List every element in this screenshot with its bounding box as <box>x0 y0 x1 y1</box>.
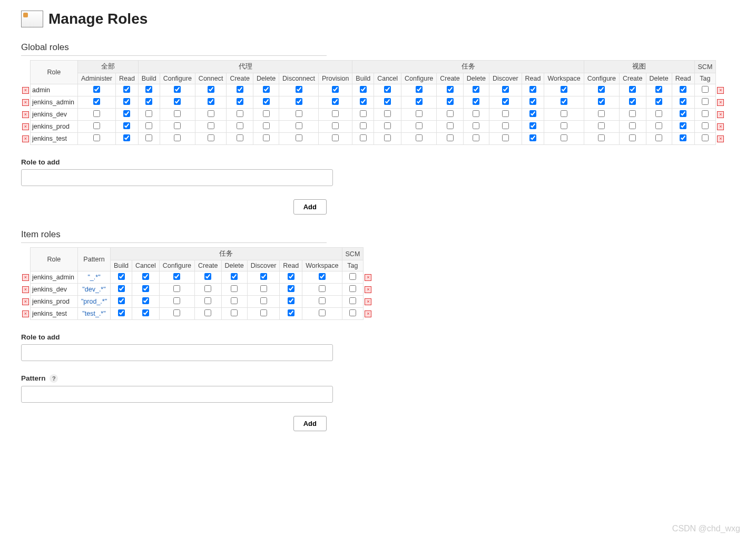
permission-checkbox[interactable] <box>118 297 125 304</box>
permission-checkbox[interactable] <box>473 122 479 129</box>
permission-checkbox[interactable] <box>142 273 149 280</box>
permission-checkbox[interactable] <box>288 297 294 304</box>
permission-checkbox[interactable] <box>204 285 211 292</box>
row-delete-icon[interactable]: × <box>22 310 29 317</box>
permission-checkbox[interactable] <box>349 273 356 280</box>
permission-checkbox[interactable] <box>174 110 181 117</box>
permission-checkbox[interactable] <box>332 110 339 117</box>
permission-checkbox[interactable] <box>473 98 479 105</box>
permission-checkbox[interactable] <box>598 98 605 105</box>
permission-checkbox[interactable] <box>319 273 326 280</box>
row-delete-icon[interactable]: × <box>717 87 724 94</box>
permission-checkbox[interactable] <box>416 122 423 129</box>
permission-checkbox[interactable] <box>702 98 709 105</box>
permission-checkbox[interactable] <box>260 273 267 280</box>
permission-checkbox[interactable] <box>655 122 662 129</box>
permission-checkbox[interactable] <box>332 122 339 129</box>
permission-checkbox[interactable] <box>231 273 238 280</box>
permission-checkbox[interactable] <box>702 110 709 117</box>
permission-checkbox[interactable] <box>145 86 152 93</box>
row-delete-icon[interactable]: × <box>365 310 371 317</box>
permission-checkbox[interactable] <box>296 122 302 129</box>
permission-checkbox[interactable] <box>174 134 181 141</box>
permission-checkbox[interactable] <box>118 273 125 280</box>
permission-checkbox[interactable] <box>655 86 662 93</box>
permission-checkbox[interactable] <box>231 285 238 292</box>
permission-checkbox[interactable] <box>502 134 509 141</box>
permission-checkbox[interactable] <box>629 110 636 117</box>
permission-checkbox[interactable] <box>263 86 270 93</box>
permission-checkbox[interactable] <box>416 86 423 93</box>
permission-checkbox[interactable] <box>173 309 180 316</box>
permission-checkbox[interactable] <box>680 98 686 105</box>
permission-checkbox[interactable] <box>349 297 356 304</box>
permission-checkbox[interactable] <box>384 98 391 105</box>
permission-checkbox[interactable] <box>384 110 391 117</box>
permission-checkbox[interactable] <box>529 86 536 93</box>
permission-checkbox[interactable] <box>145 134 152 141</box>
permission-checkbox[interactable] <box>416 134 423 141</box>
permission-checkbox[interactable] <box>93 122 100 129</box>
permission-checkbox[interactable] <box>349 309 356 316</box>
permission-checkbox[interactable] <box>118 309 125 316</box>
permission-checkbox[interactable] <box>319 285 326 292</box>
permission-checkbox[interactable] <box>702 86 709 93</box>
permission-checkbox[interactable] <box>332 98 339 105</box>
permission-checkbox[interactable] <box>655 98 662 105</box>
permission-checkbox[interactable] <box>204 309 211 316</box>
permission-checkbox[interactable] <box>561 134 567 141</box>
row-delete-icon[interactable]: × <box>22 274 29 281</box>
row-delete-icon[interactable]: × <box>22 123 29 130</box>
permission-checkbox[interactable] <box>319 297 326 304</box>
permission-checkbox[interactable] <box>237 122 243 129</box>
item-pattern-input[interactable] <box>21 386 333 403</box>
permission-checkbox[interactable] <box>93 86 100 93</box>
permission-checkbox[interactable] <box>118 285 125 292</box>
permission-checkbox[interactable] <box>288 273 294 280</box>
permission-checkbox[interactable] <box>263 110 270 117</box>
row-delete-icon[interactable]: × <box>717 135 724 142</box>
global-role-to-add-input[interactable] <box>21 169 333 186</box>
permission-checkbox[interactable] <box>655 110 662 117</box>
permission-checkbox[interactable] <box>502 98 509 105</box>
permission-checkbox[interactable] <box>332 134 339 141</box>
permission-checkbox[interactable] <box>296 110 302 117</box>
permission-checkbox[interactable] <box>447 98 454 105</box>
permission-checkbox[interactable] <box>332 86 339 93</box>
row-delete-icon[interactable]: × <box>365 274 371 281</box>
permission-checkbox[interactable] <box>598 122 605 129</box>
permission-checkbox[interactable] <box>416 98 423 105</box>
permission-checkbox[interactable] <box>173 297 180 304</box>
permission-checkbox[interactable] <box>502 110 509 117</box>
permission-checkbox[interactable] <box>598 86 605 93</box>
permission-checkbox[interactable] <box>237 98 243 105</box>
permission-checkbox[interactable] <box>208 110 214 117</box>
permission-checkbox[interactable] <box>145 110 152 117</box>
permission-checkbox[interactable] <box>529 122 536 129</box>
permission-checkbox[interactable] <box>231 309 238 316</box>
permission-checkbox[interactable] <box>502 86 509 93</box>
row-delete-icon[interactable]: × <box>365 286 371 293</box>
permission-checkbox[interactable] <box>629 98 636 105</box>
permission-checkbox[interactable] <box>123 86 130 93</box>
permission-checkbox[interactable] <box>93 110 100 117</box>
permission-checkbox[interactable] <box>319 309 326 316</box>
permission-checkbox[interactable] <box>384 122 391 129</box>
row-delete-icon[interactable]: × <box>22 135 29 142</box>
permission-checkbox[interactable] <box>598 134 605 141</box>
permission-checkbox[interactable] <box>680 122 686 129</box>
permission-checkbox[interactable] <box>702 134 709 141</box>
permission-checkbox[interactable] <box>473 86 479 93</box>
permission-checkbox[interactable] <box>288 285 294 292</box>
permission-checkbox[interactable] <box>123 122 130 129</box>
permission-checkbox[interactable] <box>296 134 302 141</box>
permission-checkbox[interactable] <box>93 134 100 141</box>
permission-checkbox[interactable] <box>173 273 180 280</box>
permission-checkbox[interactable] <box>561 98 567 105</box>
permission-checkbox[interactable] <box>680 110 686 117</box>
permission-checkbox[interactable] <box>360 86 367 93</box>
pattern-link[interactable]: "dev_.*" <box>82 286 105 293</box>
permission-checkbox[interactable] <box>145 122 152 129</box>
permission-checkbox[interactable] <box>561 110 567 117</box>
permission-checkbox[interactable] <box>529 134 536 141</box>
